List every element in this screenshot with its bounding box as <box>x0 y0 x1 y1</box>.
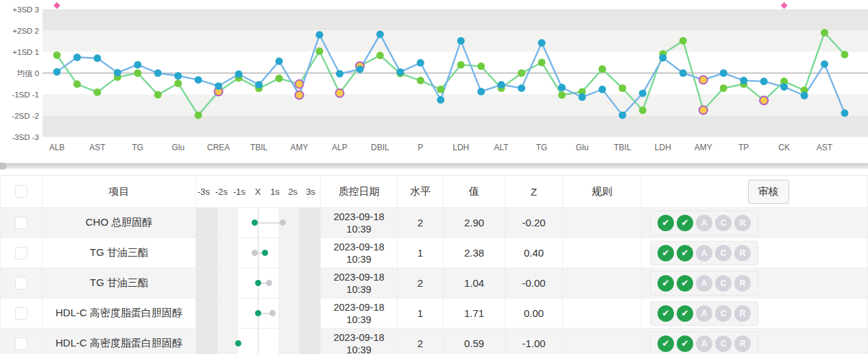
approve-check-button-2[interactable]: ✔ <box>677 305 693 322</box>
flagged-qc-point[interactable] <box>335 89 343 97</box>
action-c-button[interactable]: C <box>715 215 732 231</box>
qc-point[interactable] <box>740 77 747 84</box>
qc-point[interactable] <box>276 75 283 82</box>
approve-check-button-1[interactable]: ✔ <box>658 275 674 292</box>
approve-check-button-2[interactable]: ✔ <box>677 275 693 292</box>
qc-point[interactable] <box>396 68 404 75</box>
qc-point[interactable] <box>53 68 61 75</box>
qc-point[interactable] <box>316 47 324 55</box>
row-checkbox[interactable] <box>15 217 27 229</box>
select-all-checkbox[interactable] <box>15 185 27 198</box>
qc-point[interactable] <box>457 61 465 69</box>
out-of-range-diamond[interactable] <box>781 2 788 9</box>
action-r-button[interactable]: R <box>734 335 751 352</box>
qc-point[interactable] <box>93 54 101 62</box>
qc-point[interactable] <box>821 29 828 36</box>
qc-point[interactable] <box>114 69 121 76</box>
action-r-button[interactable]: R <box>734 245 751 261</box>
qc-point[interactable] <box>679 37 687 45</box>
qc-point[interactable] <box>538 39 546 47</box>
approve-check-button-1[interactable]: ✔ <box>658 215 674 231</box>
qc-point[interactable] <box>599 65 606 73</box>
qc-point[interactable] <box>53 51 61 59</box>
action-r-button[interactable]: R <box>734 305 751 322</box>
qc-point[interactable] <box>518 69 525 77</box>
qc-point[interactable] <box>477 62 485 70</box>
qc-point[interactable] <box>679 69 687 77</box>
approve-check-button-1[interactable]: ✔ <box>658 335 674 352</box>
flagged-qc-point[interactable] <box>760 96 768 104</box>
row-checkbox[interactable] <box>15 277 27 290</box>
qc-point[interactable] <box>618 111 626 119</box>
action-a-button[interactable]: A <box>696 245 712 261</box>
qc-point[interactable] <box>518 84 525 92</box>
qc-point[interactable] <box>195 76 202 84</box>
qc-point[interactable] <box>558 84 566 91</box>
qc-point[interactable] <box>659 54 666 62</box>
out-of-range-diamond[interactable] <box>53 2 60 9</box>
qc-point[interactable] <box>255 81 263 88</box>
qc-point[interactable] <box>73 54 81 61</box>
qc-point[interactable] <box>276 58 283 65</box>
qc-point[interactable] <box>618 84 626 92</box>
qc-point[interactable] <box>821 60 828 68</box>
action-a-button[interactable]: A <box>696 215 712 231</box>
qc-point[interactable] <box>579 93 586 101</box>
flagged-qc-point[interactable] <box>296 80 304 88</box>
action-c-button[interactable]: C <box>715 335 732 352</box>
qc-point[interactable] <box>336 70 343 78</box>
qc-point[interactable] <box>558 91 566 99</box>
qc-point[interactable] <box>154 69 162 77</box>
qc-point[interactable] <box>174 72 182 80</box>
flagged-qc-point[interactable] <box>699 75 708 84</box>
action-c-button[interactable]: C <box>715 275 732 292</box>
row-checkbox[interactable] <box>15 247 27 259</box>
qc-point[interactable] <box>841 109 849 117</box>
qc-point[interactable] <box>538 59 546 67</box>
approve-check-button-2[interactable]: ✔ <box>677 335 693 352</box>
row-checkbox[interactable] <box>15 307 27 320</box>
qc-point[interactable] <box>841 51 849 58</box>
qc-point[interactable] <box>316 31 324 38</box>
qc-point[interactable] <box>477 88 485 95</box>
action-r-button[interactable]: R <box>734 215 751 231</box>
qc-point[interactable] <box>801 92 808 99</box>
qc-point[interactable] <box>174 80 182 87</box>
qc-point[interactable] <box>215 82 222 90</box>
action-a-button[interactable]: A <box>696 335 712 352</box>
qc-point[interactable] <box>376 51 384 59</box>
action-r-button[interactable]: R <box>734 275 751 292</box>
qc-point[interactable] <box>599 86 606 93</box>
qc-point[interactable] <box>417 59 424 67</box>
action-c-button[interactable]: C <box>715 305 732 322</box>
qc-point[interactable] <box>639 106 647 114</box>
qc-point[interactable] <box>720 84 727 92</box>
flagged-qc-point[interactable] <box>296 91 304 99</box>
qc-point[interactable] <box>235 71 243 78</box>
qc-point[interactable] <box>134 69 141 77</box>
qc-point[interactable] <box>437 96 444 104</box>
qc-point[interactable] <box>760 78 768 85</box>
action-a-button[interactable]: A <box>696 275 712 292</box>
approve-check-button-1[interactable]: ✔ <box>658 305 674 322</box>
qc-point[interactable] <box>498 81 505 88</box>
flagged-qc-point[interactable] <box>699 106 708 114</box>
qc-point[interactable] <box>437 86 444 93</box>
approve-check-button-1[interactable]: ✔ <box>658 245 674 261</box>
action-a-button[interactable]: A <box>696 305 712 322</box>
qc-point[interactable] <box>195 111 202 119</box>
qc-point[interactable] <box>780 83 788 91</box>
qc-point[interactable] <box>720 69 727 77</box>
splitter-bar[interactable] <box>0 163 868 169</box>
approve-check-button-2[interactable]: ✔ <box>677 245 693 261</box>
qc-point[interactable] <box>73 80 81 88</box>
qc-point[interactable] <box>154 91 162 99</box>
action-c-button[interactable]: C <box>715 245 732 261</box>
approve-check-button-2[interactable]: ✔ <box>677 215 693 231</box>
qc-point[interactable] <box>356 65 363 73</box>
qc-point[interactable] <box>93 88 101 96</box>
row-checkbox[interactable] <box>15 338 27 350</box>
qc-point[interactable] <box>457 37 465 45</box>
qc-point[interactable] <box>134 61 141 69</box>
qc-point[interactable] <box>639 89 647 97</box>
